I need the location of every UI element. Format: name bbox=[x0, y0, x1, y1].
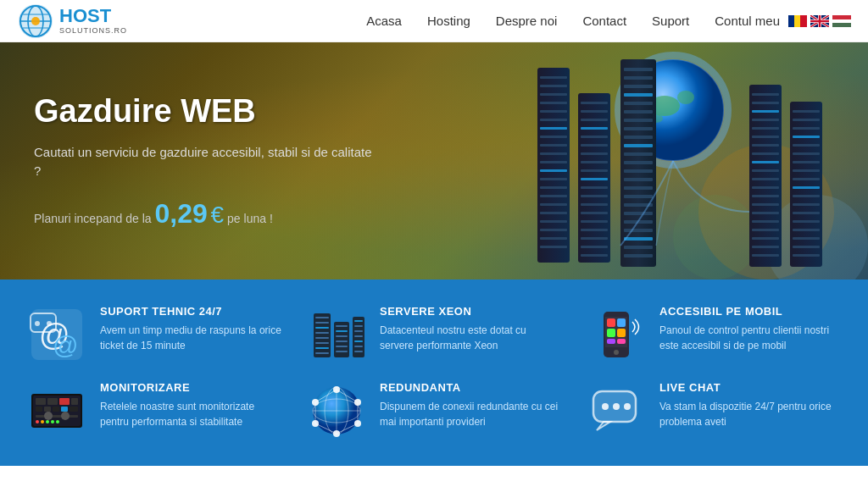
language-flags bbox=[788, 15, 851, 27]
svg-rect-29 bbox=[540, 119, 567, 121]
svg-rect-24 bbox=[540, 76, 567, 79]
svg-rect-46 bbox=[581, 102, 608, 104]
svg-rect-114 bbox=[793, 136, 820, 138]
logo-globe-icon bbox=[17, 3, 54, 40]
svg-rect-83 bbox=[624, 212, 653, 215]
svg-rect-106 bbox=[752, 229, 779, 231]
svg-rect-123 bbox=[793, 212, 820, 214]
svg-rect-138 bbox=[315, 327, 329, 329]
nav-suport[interactable]: Suport bbox=[652, 14, 689, 28]
feature-redundancy-text: REDUNDANTA Dispunem de conexii redundant… bbox=[380, 381, 561, 429]
feature-redundancy: REDUNDANTA Dispunem de conexii redundant… bbox=[307, 381, 561, 440]
svg-rect-61 bbox=[581, 229, 608, 231]
svg-rect-163 bbox=[617, 318, 626, 327]
svg-rect-27 bbox=[540, 102, 567, 104]
feature-servers-desc: Datacenteul nostru este dotat cu servere… bbox=[380, 323, 561, 353]
logo[interactable]: HOST SOLUTIONS.RO bbox=[17, 3, 127, 40]
svg-rect-52 bbox=[581, 152, 608, 155]
svg-rect-70 bbox=[624, 102, 653, 105]
svg-point-6 bbox=[31, 17, 40, 25]
svg-rect-53 bbox=[581, 161, 608, 163]
svg-rect-74 bbox=[624, 136, 653, 139]
feature-monitoring-text: MONITORIZARE Retelele noastre sunt monit… bbox=[100, 381, 281, 429]
hero-title: Gazduire WEB bbox=[34, 93, 373, 130]
svg-rect-162 bbox=[607, 318, 615, 327]
hero-illustration bbox=[410, 42, 868, 279]
nav-despre[interactable]: Despre noi bbox=[496, 14, 558, 28]
svg-rect-63 bbox=[581, 246, 608, 248]
svg-rect-43 bbox=[540, 237, 567, 240]
flag-hu[interactable] bbox=[832, 15, 851, 27]
svg-point-184 bbox=[46, 420, 49, 423]
feature-livechat-text: LIVE CHAT Va stam la dispozitie 24/7 pen… bbox=[659, 381, 841, 429]
svg-rect-100 bbox=[752, 178, 779, 180]
svg-rect-141 bbox=[315, 342, 329, 344]
feature-redundancy-desc: Dispunem de conexii redundante cu cei ma… bbox=[380, 399, 561, 429]
svg-rect-38 bbox=[540, 195, 567, 197]
feature-mobile: ACCESIBIL PE MOBIL Panoul de control pen… bbox=[587, 305, 841, 364]
hero-price: Planuri incepand de la 0,29 € pe luna ! bbox=[34, 198, 373, 230]
svg-point-183 bbox=[41, 420, 44, 423]
svg-rect-148 bbox=[336, 340, 348, 342]
svg-rect-30 bbox=[540, 127, 567, 130]
svg-rect-91 bbox=[752, 102, 779, 104]
svg-rect-40 bbox=[540, 212, 567, 214]
feature-servers-title: SERVERE XEON bbox=[380, 305, 561, 318]
svg-rect-153 bbox=[354, 325, 363, 327]
nav-acasa[interactable]: Acasa bbox=[366, 14, 402, 28]
svg-rect-66 bbox=[624, 68, 653, 71]
svg-rect-41 bbox=[540, 220, 567, 223]
feature-livechat-title: LIVE CHAT bbox=[659, 381, 841, 394]
svg-rect-7 bbox=[788, 15, 794, 27]
mobile-svg bbox=[587, 305, 646, 364]
svg-point-16 bbox=[673, 195, 758, 279]
hero-price-currency: € bbox=[211, 202, 225, 228]
nav-contact[interactable]: Contact bbox=[582, 14, 626, 28]
svg-rect-122 bbox=[793, 203, 820, 206]
svg-rect-176 bbox=[53, 407, 59, 412]
flag-uk[interactable] bbox=[810, 15, 829, 27]
svg-rect-47 bbox=[581, 110, 608, 113]
svg-rect-99 bbox=[752, 169, 779, 172]
svg-rect-11 bbox=[832, 15, 851, 19]
svg-rect-137 bbox=[315, 322, 329, 324]
support-icon: @ @ bbox=[27, 305, 86, 364]
feature-livechat-desc: Va stam la dispozitie 24/7 pentru orice … bbox=[659, 399, 841, 429]
svg-rect-25 bbox=[540, 85, 567, 87]
nav-cont[interactable]: Contul meu bbox=[715, 14, 780, 28]
svg-rect-175 bbox=[44, 407, 51, 412]
svg-point-206 bbox=[602, 403, 609, 410]
flag-ro[interactable] bbox=[788, 15, 807, 27]
feature-servers: SERVERE XEON Datacenteul nostru este dot… bbox=[307, 305, 561, 364]
svg-rect-55 bbox=[581, 178, 608, 180]
svg-rect-143 bbox=[315, 352, 329, 354]
feature-mobile-title: ACCESIBIL PE MOBIL bbox=[659, 305, 841, 318]
svg-rect-12 bbox=[832, 19, 851, 23]
monitoring-svg bbox=[27, 381, 86, 440]
svg-rect-94 bbox=[752, 127, 779, 130]
svg-rect-39 bbox=[540, 203, 567, 206]
feature-support-text: SUPORT TEHNIC 24/7 Avem un timp mediu de… bbox=[100, 305, 281, 353]
nav-hosting[interactable]: Hosting bbox=[427, 14, 470, 28]
svg-rect-112 bbox=[793, 119, 820, 121]
redundancy-icon bbox=[307, 381, 366, 440]
server-icon bbox=[307, 305, 366, 364]
svg-rect-95 bbox=[752, 136, 779, 138]
svg-rect-128 bbox=[793, 254, 820, 257]
feature-monitoring: MONITORIZARE Retelele noastre sunt monit… bbox=[27, 381, 281, 440]
features-grid: @ @ SUPORT TEHNIC 24/7 Avem un timp medi… bbox=[27, 305, 841, 440]
livechat-icon bbox=[587, 381, 646, 440]
svg-rect-28 bbox=[540, 110, 567, 113]
svg-point-186 bbox=[56, 420, 59, 423]
hero-price-suffix: pe luna ! bbox=[227, 212, 273, 225]
feature-support-title: SUPORT TEHNIC 24/7 bbox=[100, 305, 281, 318]
svg-rect-51 bbox=[581, 144, 608, 147]
svg-rect-56 bbox=[581, 186, 608, 189]
svg-point-185 bbox=[51, 420, 54, 423]
svg-rect-58 bbox=[581, 203, 608, 206]
svg-rect-50 bbox=[581, 136, 608, 138]
svg-rect-68 bbox=[624, 85, 653, 88]
hero-subtitle: Cautati un serviciu de gazduire accesibi… bbox=[34, 143, 373, 181]
svg-rect-166 bbox=[607, 339, 615, 344]
svg-point-19 bbox=[677, 91, 694, 104]
